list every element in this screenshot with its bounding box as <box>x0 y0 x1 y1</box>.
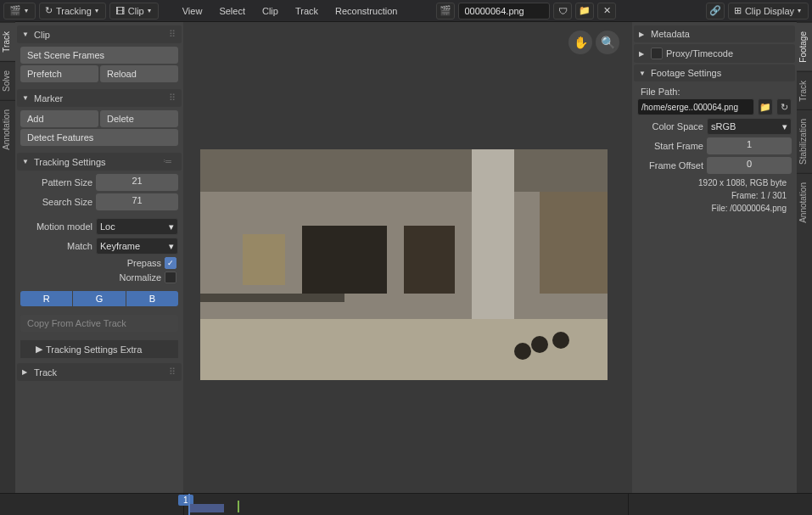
proxy-header[interactable]: ▶ Proxy/Timecode <box>634 44 795 63</box>
vtab-track[interactable]: Track <box>0 22 15 61</box>
right-panel: ▶ Metadata ▶ Proxy/Timecode ▼ Footage Se… <box>632 22 797 493</box>
filepath-input[interactable] <box>637 98 754 115</box>
svg-point-10 <box>552 332 569 349</box>
timeline-keyframe-marker <box>238 501 239 512</box>
clip-browse-icon[interactable]: 🎬 <box>436 3 455 20</box>
vtab-track-right[interactable]: Track <box>797 71 812 110</box>
copy-from-active-button[interactable]: Copy From Active Track <box>20 315 178 332</box>
pattern-size-field[interactable]: 21 <box>96 174 178 191</box>
vtab-stabilization[interactable]: Stabilization <box>797 109 812 173</box>
presets-icon[interactable]: ≔ <box>163 156 173 167</box>
svg-point-11 <box>514 343 531 360</box>
timeline-right-separator <box>628 494 629 515</box>
search-size-field[interactable]: 71 <box>96 193 178 210</box>
pin-button[interactable]: 🔗 <box>706 3 725 20</box>
motion-model-select[interactable]: Loc▾ <box>96 218 178 235</box>
metadata-header[interactable]: ▶ Metadata <box>634 25 795 42</box>
tracking-settings-header[interactable]: ▼ Tracking Settings ≔ <box>17 153 182 171</box>
clip-mode-dropdown[interactable]: 🎞Clip▾ <box>109 3 159 20</box>
marker-panel-header[interactable]: ▼ Marker ⠿ <box>17 89 182 107</box>
left-vertical-tabs: Track Solve Annotation <box>0 22 15 493</box>
proxy-checkbox[interactable] <box>651 48 663 59</box>
vtab-annotation-right[interactable]: Annotation <box>797 173 812 232</box>
svg-rect-7 <box>243 234 285 285</box>
clip-panel-body: Set Scene Frames Prefetch Reload <box>17 43 182 87</box>
viewport-controls: ✋ 🔍 <box>568 31 619 54</box>
zoom-view-button[interactable]: 🔍 <box>596 31 619 54</box>
frame-offset-field[interactable]: 0 <box>707 157 792 174</box>
top-toolbar: 🎬▾ ↻Tracking▾ 🎞Clip▾ View Select Clip Tr… <box>0 0 812 22</box>
footage-settings-header[interactable]: ▼ Footage Settings <box>634 64 795 81</box>
track-panel-title: Track <box>34 367 57 378</box>
main-area: Track Solve Annotation ▼ Clip ⠿ Set Scen… <box>0 22 812 493</box>
normalize-checkbox[interactable] <box>165 271 176 283</box>
dimensions-info: 1920 x 1088, RGB byte <box>637 176 792 189</box>
clip-viewport[interactable]: ✋ 🔍 <box>183 22 632 493</box>
filepath-label: File Path: <box>637 85 792 98</box>
vtab-solve[interactable]: Solve <box>0 61 15 100</box>
svg-rect-1 <box>200 149 608 192</box>
detect-features-button[interactable]: Detect Features <box>20 129 178 146</box>
channel-g-button[interactable]: G <box>73 291 125 306</box>
chevron-down-icon: ▾ <box>25 7 28 14</box>
clip-display-dropdown[interactable]: ⊞Clip Display▾ <box>728 3 809 20</box>
svg-rect-4 <box>302 226 387 294</box>
marker-panel-body: Add Delete Detect Features <box>17 107 182 151</box>
chevron-down-icon: ▼ <box>22 94 31 102</box>
svg-rect-6 <box>200 294 344 302</box>
menu-select[interactable]: Select <box>212 4 252 18</box>
chevron-down-icon: ▾ <box>169 221 174 232</box>
browse-file-button[interactable]: 📁 <box>758 98 773 115</box>
timeline[interactable]: 1 <box>0 493 812 515</box>
prefetch-button[interactable]: Prefetch <box>20 65 98 82</box>
clip-panel-header[interactable]: ▼ Clip ⠿ <box>17 25 182 43</box>
start-frame-field[interactable]: 1 <box>707 137 792 154</box>
normalize-label: Normalize <box>119 272 161 283</box>
vtab-footage[interactable]: Footage <box>797 22 812 71</box>
pan-view-button[interactable]: ✋ <box>568 31 592 54</box>
timeline-cached-range <box>190 504 224 512</box>
open-file-button[interactable]: 📁 <box>575 3 594 20</box>
chevron-right-icon: ▶ <box>22 368 31 376</box>
add-marker-button[interactable]: Add <box>20 110 98 127</box>
drag-dots-icon: ⠿ <box>169 367 176 378</box>
menu-clip[interactable]: Clip <box>255 4 285 18</box>
match-select[interactable]: Keyframe▾ <box>96 238 178 255</box>
channel-b-button[interactable]: B <box>126 291 178 306</box>
frame-info: Frame: 1 / 301 <box>637 189 792 202</box>
display-icon: ⊞ <box>734 5 742 16</box>
match-value: Keyframe <box>100 241 140 251</box>
svg-rect-5 <box>404 226 455 294</box>
match-label: Match <box>20 241 92 251</box>
chevron-down-icon: ▾ <box>148 7 151 14</box>
unlink-button[interactable]: ✕ <box>597 3 616 20</box>
menu-track[interactable]: Track <box>288 4 325 18</box>
file-info: File: /00000064.png <box>637 202 792 215</box>
clip-image-svg <box>200 149 608 380</box>
prepass-checkbox[interactable]: ✓ <box>165 257 176 269</box>
set-scene-frames-button[interactable]: Set Scene Frames <box>20 47 178 64</box>
delete-marker-button[interactable]: Delete <box>100 110 178 127</box>
mode-dropdown[interactable]: ↻Tracking▾ <box>39 3 106 20</box>
clip-filename-input[interactable] <box>458 3 550 20</box>
editor-type-dropdown[interactable]: 🎬▾ <box>3 3 36 20</box>
footage-settings-body: File Path: 📁 ↻ Color Space sRGB▾ Start F… <box>634 81 795 218</box>
menu-view[interactable]: View <box>176 4 210 18</box>
reload-file-button[interactable]: ↻ <box>776 98 792 115</box>
fake-user-button[interactable]: 🛡 <box>553 3 572 20</box>
track-panel-header[interactable]: ▶ Track ⠿ <box>17 363 182 381</box>
channel-r-button[interactable]: R <box>20 291 72 306</box>
chevron-down-icon: ▼ <box>22 158 31 165</box>
menu-reconstruction[interactable]: Reconstruction <box>328 4 404 18</box>
cursor-icon: ↻ <box>45 5 53 16</box>
motion-model-label: Motion model <box>20 221 92 232</box>
film-icon: 🎬 <box>9 5 21 16</box>
clip-panel-title: Clip <box>34 30 50 40</box>
tracking-extra-header[interactable]: ▶ Tracking Settings Extra <box>20 340 178 358</box>
reload-button[interactable]: Reload <box>100 65 178 82</box>
vtab-annotation[interactable]: Annotation <box>0 100 15 159</box>
colorspace-select[interactable]: sRGB▾ <box>707 118 792 135</box>
pattern-size-label: Pattern Size <box>20 177 92 188</box>
mode-label: Tracking <box>56 6 92 16</box>
start-frame-label: Start Frame <box>637 141 703 151</box>
